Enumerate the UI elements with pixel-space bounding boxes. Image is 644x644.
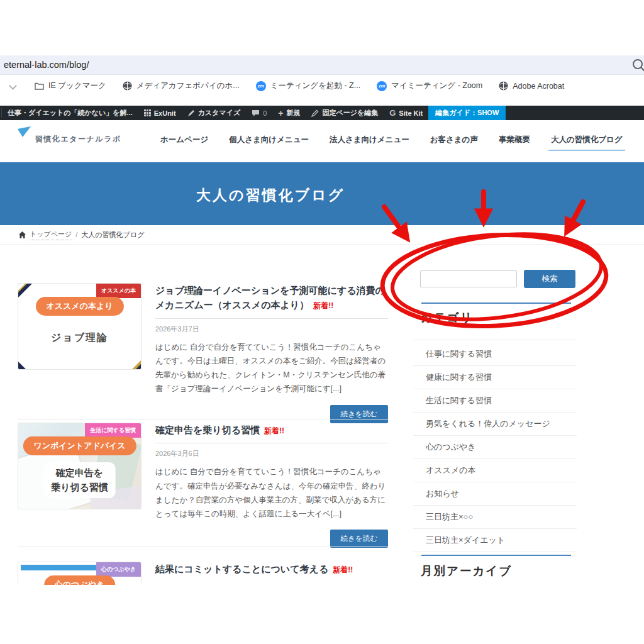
admin-site-kit[interactable]: G Site Kit	[384, 106, 428, 120]
globe-icon	[499, 81, 508, 91]
bookmark-zoom-mymeeting[interactable]: zm マイミーティング - Zoom	[377, 80, 482, 91]
viewport-bottom-mask	[0, 585, 644, 644]
thumbnail-text: ジョブ理論	[18, 331, 141, 345]
category-badge: 生活に関する習慣	[85, 423, 141, 438]
bookmark-mediacafe[interactable]: メディアカフェポパイのホ...	[123, 80, 240, 91]
post-excerpt: はじめに 自分で自分を育てていこう！習慣化コーチのこんちゃんです。確定申告が必要…	[155, 465, 388, 521]
nav-personal-menu[interactable]: 個人さま向けメニュー	[229, 135, 309, 145]
home-icon	[19, 231, 26, 238]
hero-banner: 大人の習慣化ブログ	[0, 162, 644, 225]
brush-icon	[187, 109, 195, 117]
comment-icon	[252, 109, 260, 117]
category-link-news[interactable]: お知らせ	[413, 482, 577, 506]
zoom-zm-icon: zm	[377, 81, 387, 91]
thumbnail-text: 確定申告を 乗り切る習慣	[43, 462, 116, 498]
category-badge: 心のつぶやき	[96, 562, 141, 577]
category-link-work[interactable]: 仕事に関する習慣	[413, 343, 577, 366]
corner-decoration	[18, 362, 26, 369]
exunit-icon	[144, 109, 151, 116]
nav-home[interactable]: ホームページ	[160, 135, 208, 145]
pencil-icon	[311, 109, 319, 117]
nav-business-overview[interactable]: 事業概要	[499, 135, 530, 145]
post-title[interactable]: 確定申告を乗り切る習慣新着!!	[155, 423, 388, 437]
site-logo-icon[interactable]	[18, 126, 31, 137]
admin-comments[interactable]: 0	[246, 106, 272, 120]
widget-top-rule	[421, 555, 571, 556]
category-link-life[interactable]: 生活に関する習慣	[413, 389, 577, 413]
magnifier-icon[interactable]	[631, 57, 644, 74]
read-more-button[interactable]: 続きを読む	[330, 405, 388, 423]
post-date: 2026年3月7日	[155, 325, 388, 334]
breadcrumb: トップページ / 大人の習慣化ブログ	[0, 225, 644, 245]
google-g-icon: G	[389, 108, 396, 118]
admin-exunit[interactable]: ExUnit	[138, 106, 182, 120]
category-link-kokoro[interactable]: 心のつぶやき	[413, 436, 577, 459]
nav-customer-voice[interactable]: お客さまの声	[430, 135, 478, 145]
new-badge: 新着!!	[313, 301, 333, 310]
site-header: 習慣化エターナルラボ ホームページ 個人さま向けメニュー 法人さま向けメニュー …	[0, 120, 644, 162]
category-link-courage[interactable]: 勇気をくれる！偉人のメッセージ	[413, 413, 577, 436]
post-title[interactable]: 結果にコミットすることについて考える新着!!	[155, 562, 388, 576]
category-link-health[interactable]: 健康に関する習慣	[413, 366, 577, 389]
post-separator	[18, 419, 388, 419]
post-thumbnail[interactable]: 生活に関する習慣 ワンポイントアドバイス 確定申告を 乗り切る習慣	[18, 423, 142, 509]
category-link-mikkabouzu[interactable]: 三日坊主×○○	[413, 506, 577, 529]
read-more-button[interactable]: 続きを読む	[330, 530, 388, 548]
folder-icon	[35, 82, 44, 90]
zoom-zm-icon: zm	[256, 81, 266, 91]
breadcrumb-separator: /	[75, 231, 77, 238]
edit-guide-toggle[interactable]: 編集ガイド：SHOW	[428, 106, 506, 120]
category-list: 仕事に関する習慣 健康に関する習慣 生活に関する習慣 勇気をくれる！偉人のメッセ…	[413, 340, 577, 552]
main-nav: ホームページ 個人さま向けメニュー 法人さま向けメニュー お客さまの声 事業概要…	[160, 135, 623, 145]
bookmark-adobe-acrobat[interactable]: Adobe Acrobat	[499, 81, 564, 91]
page-title: 大人の習慣化ブログ	[0, 186, 541, 205]
admin-site-title[interactable]: 仕事・ダイエットの「続かない」を解...	[2, 106, 138, 120]
admin-customize[interactable]: カスタマイズ	[182, 106, 247, 120]
category-link-mikkabouzu-diet[interactable]: 三日坊主×ダイエット	[413, 529, 577, 552]
widget-top-rule	[421, 303, 571, 304]
admin-new[interactable]: + 新規	[272, 106, 306, 120]
post-title[interactable]: ジョブ理論ーイノベーションを予測可能にする消費のメカニズムー（オススメの本より）…	[155, 283, 388, 313]
post-excerpt: はじめに 自分で自分を育てていこう！習慣化コーチのこんちゃんです。今日は土曜日、…	[155, 340, 388, 396]
globe-icon	[123, 81, 132, 91]
divider	[155, 318, 388, 319]
bookmarks-bar: IE ブックマーク メディアカフェポパイのホ... zm ミーティングを起動 -…	[0, 75, 644, 96]
corner-decoration	[18, 284, 25, 291]
search-button[interactable]: 検索	[524, 270, 575, 288]
comment-count: 0	[263, 109, 267, 117]
post-thumbnail[interactable]: オススメの本 オススメの本より ジョブ理論	[18, 283, 142, 370]
wp-admin-bar: 仕事・ダイエットの「続かない」を解... ExUnit カスタマイズ 0 + 新…	[0, 106, 644, 120]
category-link-books[interactable]: オススメの本	[413, 459, 577, 482]
category-badge: オススメの本	[96, 284, 141, 298]
plus-icon: +	[278, 109, 283, 118]
search-input[interactable]	[420, 270, 517, 287]
new-badge: 新着!!	[333, 565, 353, 574]
thumbnail-pill-label: オススメの本より	[35, 297, 123, 316]
bookmark-zoom-start[interactable]: zm ミーティングを起動 - Z...	[256, 80, 360, 91]
divider	[155, 443, 388, 443]
admin-edit-page[interactable]: 固定ページを編集	[306, 106, 384, 120]
nav-adult-habit-blog[interactable]: 大人の習慣化ブログ	[551, 135, 623, 145]
nav-corporate-menu[interactable]: 法人さま向けメニュー	[330, 135, 409, 145]
url-bar[interactable]: eternal-lab.com/blog/	[0, 55, 644, 75]
url-text[interactable]: eternal-lab.com/blog/	[4, 60, 89, 70]
partial-bookmark-icon	[9, 82, 17, 90]
categories-widget-title: カテゴリ	[421, 309, 474, 325]
breadcrumb-home-link[interactable]: トップページ	[30, 230, 72, 240]
corner-decoration	[136, 364, 141, 369]
post-separator	[18, 547, 388, 547]
archive-widget-title: 月別アーカイブ	[421, 563, 512, 579]
site-logo-text[interactable]: 習慣化エターナルラボ	[35, 134, 121, 145]
breadcrumb-current: 大人の習慣化ブログ	[81, 230, 144, 240]
new-badge: 新着!!	[264, 426, 284, 435]
thumbnail-pill-label: ワンポイントアドバイス	[23, 436, 136, 455]
post-date: 2026年3月6日	[155, 449, 388, 458]
bookmark-ie-folder[interactable]: IE ブックマーク	[35, 80, 106, 91]
